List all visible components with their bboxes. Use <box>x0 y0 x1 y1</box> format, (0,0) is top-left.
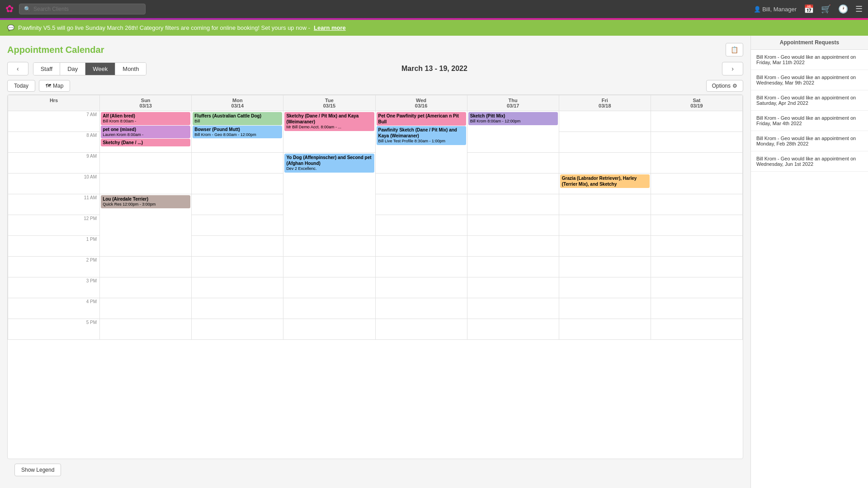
menu-icon[interactable]: ☰ <box>855 4 863 14</box>
appointment-request-item[interactable]: Bill Krom - Geo would like an appointmen… <box>751 151 868 172</box>
time-label: 9 AM <box>8 153 100 174</box>
calendar-nav-icon[interactable]: 📅 <box>804 4 814 14</box>
tab-staff[interactable]: Staff <box>33 63 61 75</box>
calendar-toolbar-row: Today 🗺 Map Options ⚙ <box>7 80 743 92</box>
time-label: 4 PM <box>8 298 100 319</box>
appointment-request-item[interactable]: Bill Krom - Geo would like an appointmen… <box>751 50 868 70</box>
day-cell: Sketch (Pitt Mix)Bill Krom 8:00am - 12:0… <box>467 111 559 153</box>
day-cell <box>375 174 467 194</box>
day-cell <box>375 298 467 319</box>
day-header-sun: Sun 03/13 <box>100 95 192 111</box>
day-cell <box>192 174 283 194</box>
banner-icon: 💬 <box>7 24 14 31</box>
day-cell <box>283 319 375 340</box>
hrs-header: Hrs <box>8 95 100 111</box>
map-btn[interactable]: 🗺 Map <box>39 80 70 92</box>
search-bar[interactable]: 🔍 <box>19 4 146 14</box>
day-header-wed: Wed 03/16 <box>375 95 467 111</box>
appointment-block[interactable]: Sketchy (Dane / ...) <box>101 139 190 146</box>
clock-icon[interactable]: 🕐 <box>838 4 848 14</box>
today-btn[interactable]: Today <box>7 80 35 92</box>
day-cell <box>192 257 283 277</box>
day-cell <box>559 257 651 277</box>
day-cell <box>651 257 742 277</box>
appointment-requests-list: Bill Krom - Geo would like an appointmen… <box>751 50 868 172</box>
tab-week[interactable]: Week <box>85 63 115 75</box>
nav-right: 👤 Bill, Manager 📅 🛒 🕐 ☰ <box>754 4 863 14</box>
appointment-request-item[interactable]: Bill Krom - Geo would like an appointmen… <box>751 111 868 131</box>
day-cell <box>651 236 742 257</box>
day-cell: Grazia (Labrador Retriever), Harley (Ter… <box>559 174 651 194</box>
appointment-block[interactable]: Yo Dog (Affenpinscher) and Second pet (A… <box>284 154 374 173</box>
appointment-request-item[interactable]: Bill Krom - Geo would like an appointmen… <box>751 90 868 111</box>
time-row: 7 AMAlf (Alien bred)Bill Krom 8:00am -pe… <box>8 111 743 132</box>
day-cell <box>192 277 283 298</box>
appointment-block[interactable]: Fluffers (Australian Cattle Dog)Bill <box>193 112 282 125</box>
banner-text: Pawfinity V5.5 will go live Sunday March… <box>18 24 310 31</box>
cart-icon[interactable]: 🛒 <box>821 4 831 14</box>
appointment-block[interactable]: Sketch (Pitt Mix)Bill Krom 8:00am - 12:0… <box>468 112 558 125</box>
options-btn[interactable]: Options ⚙ <box>706 80 743 92</box>
day-cell <box>651 298 742 319</box>
day-cell <box>100 153 192 174</box>
day-cell: Lou (Airedale Terrier)Quick Res 12:00pm … <box>100 194 192 257</box>
day-cell <box>651 194 742 215</box>
day-cell: Pet One Pawfinity pet (American n Pit Bu… <box>375 111 467 174</box>
content-area: Appointment Calendar 📋 ‹ Staff Day Week … <box>0 36 750 488</box>
day-cell <box>559 153 651 174</box>
time-row: 4 PM <box>8 298 743 319</box>
day-cell: Fluffers (Australian Cattle Dog)BillBows… <box>192 111 283 153</box>
time-label: 8 AM <box>8 132 100 153</box>
day-cell <box>559 319 651 340</box>
time-label: 11 AM <box>8 194 100 215</box>
time-row: 10 AMGrazia (Labrador Retriever), Harley… <box>8 174 743 194</box>
calendar-container: Appointment Calendar 📋 ‹ Staff Day Week … <box>0 36 750 488</box>
appointment-block[interactable]: Lou (Airedale Terrier)Quick Res 12:00pm … <box>101 195 190 208</box>
next-week-btn[interactable]: › <box>722 62 743 75</box>
day-cell <box>375 194 467 215</box>
day-cell <box>192 215 283 236</box>
map-icon: 🗺 <box>46 83 51 89</box>
appointment-request-item[interactable]: Bill Krom - Geo would like an appointmen… <box>751 70 868 90</box>
day-cell <box>283 277 375 298</box>
search-input[interactable] <box>33 6 141 12</box>
top-nav: ✿ 🔍 👤 Bill, Manager 📅 🛒 🕐 ☰ <box>0 0 868 18</box>
appointment-block[interactable]: Bowser (Pound Mutt)Bill Krom - Geo 8:00a… <box>193 126 282 139</box>
calendar-title: Appointment Calendar <box>7 45 104 55</box>
day-cell <box>467 174 559 194</box>
appointment-block[interactable]: Pawfinity Sketch (Dane / Pit Mix) and Ka… <box>377 126 466 145</box>
day-cell <box>559 194 651 215</box>
day-cell <box>559 298 651 319</box>
day-cell <box>651 174 742 194</box>
day-cell <box>100 298 192 319</box>
time-label: 5 PM <box>8 319 100 340</box>
day-cell <box>283 236 375 257</box>
appointment-block[interactable]: Sketchy (Dane / Pit Mix) and Kaya (Weima… <box>284 112 374 131</box>
day-cell <box>192 236 283 257</box>
appointment-block[interactable]: Pet One Pawfinity pet (American n Pit Bu… <box>377 112 466 126</box>
day-cell <box>559 236 651 257</box>
banner-link[interactable]: Learn more <box>314 24 346 31</box>
time-label: 12 PM <box>8 215 100 236</box>
show-legend-btn[interactable]: Show Legend <box>14 464 61 476</box>
time-label: 1 PM <box>8 236 100 257</box>
day-cell <box>192 194 283 215</box>
user-icon: 👤 <box>754 6 761 13</box>
logo-icon[interactable]: ✿ <box>5 3 14 15</box>
prev-week-btn[interactable]: ‹ <box>7 62 28 75</box>
day-header-tue: Tue 03/15 <box>283 95 375 111</box>
user-label: 👤 Bill, Manager <box>754 6 797 13</box>
day-cell <box>467 257 559 277</box>
day-cell <box>651 153 742 174</box>
calendar-header-row: Appointment Calendar 📋 <box>7 43 743 56</box>
calendar-view-toggle-btn[interactable]: 📋 <box>726 43 743 56</box>
day-cell <box>467 215 559 236</box>
appointment-block[interactable]: pet one (mixed)Lauren Krom 8:00am - <box>101 126 190 139</box>
tab-month[interactable]: Month <box>115 63 146 75</box>
day-cell <box>375 277 467 298</box>
appointment-block[interactable]: Grazia (Labrador Retriever), Harley (Ter… <box>560 174 650 188</box>
appointment-block[interactable]: Alf (Alien bred)Bill Krom 8:00am - <box>101 112 190 125</box>
appointment-request-item[interactable]: Bill Krom - Geo would like an appointmen… <box>751 131 868 151</box>
tab-day[interactable]: Day <box>60 63 85 75</box>
time-row: 3 PM <box>8 277 743 298</box>
